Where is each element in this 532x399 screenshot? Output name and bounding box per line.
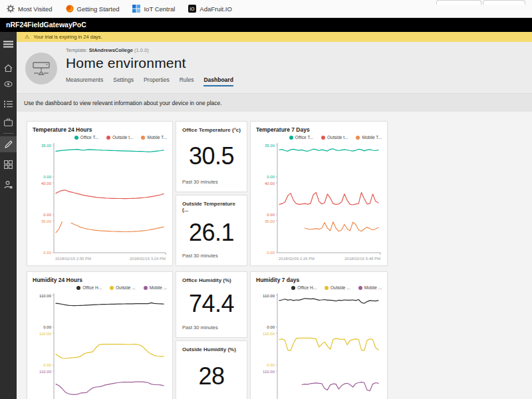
svg-text:2018/02/15 2:55 PM: 2018/02/15 2:55 PM [55, 257, 91, 261]
chart-title: Temperature 24 Hours [33, 126, 167, 134]
browser-tab-edge [483, 0, 525, 5]
chart-legend: Office T...Outside t...Mobile T... [33, 134, 167, 141]
kpi-office-temperature: Office Temperature (°c) 30.5 Past 30 min… [176, 121, 247, 192]
svg-text:110.00: 110.00 [39, 294, 52, 298]
legend-item[interactable]: Outside t... [106, 135, 133, 140]
svg-text:0.00: 0.00 [267, 175, 275, 179]
chart-legend: Office H...Outside ...Mobile ... [256, 284, 382, 291]
svg-text:0.00: 0.00 [43, 251, 51, 255]
legend-dot [321, 136, 325, 140]
bookmark-most-visited[interactable]: Most Visited [7, 5, 53, 13]
device-explorer-icon[interactable] [0, 76, 17, 92]
svg-text:35.00: 35.00 [265, 219, 275, 223]
avatar [25, 53, 57, 84]
legend-dot [358, 286, 362, 290]
svg-text:2018/02/16 5:48 PM: 2018/02/16 5:48 PM [344, 257, 380, 261]
legend-item[interactable]: Office H... [291, 285, 317, 290]
chart-humidity-7d: Humidity 7 days Office H...Outside ...Mo… [250, 271, 388, 399]
chart-temperature-24h: Temperature 24 Hours Office T...Outside … [27, 121, 173, 266]
kpi-caption: Past 30 minutes [182, 253, 241, 260]
svg-text:0.00: 0.00 [43, 175, 51, 179]
user-icon[interactable] [0, 176, 17, 192]
legend-item[interactable]: Outside ... [110, 285, 136, 290]
legend-dot [106, 136, 110, 140]
tab-properties[interactable]: Properties [144, 76, 170, 86]
legend-dot [74, 136, 78, 140]
svg-text:35.00: 35.00 [265, 144, 275, 148]
page-title: Home environment [66, 55, 233, 71]
tab-bar: Measurements Settings Properties Rules D… [66, 76, 233, 86]
tab-rules[interactable]: Rules [180, 76, 194, 86]
kpi-outside-humidity: Outside Humidity (%) 28 Past 30 minutes [176, 340, 247, 399]
adafruit-icon: IO [188, 5, 196, 13]
gear-icon [7, 5, 15, 13]
template-label: Template: [66, 47, 88, 53]
legend-item[interactable]: Office T... [289, 135, 313, 140]
app-builder-icon[interactable] [0, 136, 17, 152]
bookmark-label: Getting Started [77, 5, 120, 13]
svg-text:110.00: 110.00 [263, 332, 275, 336]
svg-text:110.00: 110.00 [39, 370, 52, 374]
dashboard-content: Temperature 24 Hours Office T...Outside … [17, 112, 532, 399]
menu-icon[interactable] [0, 36, 17, 52]
svg-text:40.00: 40.00 [41, 182, 52, 186]
legend-item[interactable]: Mobile ... [144, 285, 167, 290]
kpi-caption: Past 30 minutes [182, 325, 241, 332]
kpi-office-humidity: Office Humidity (%) 74.4 Past 30 minutes [176, 271, 247, 338]
legend-item[interactable]: Mobile T... [141, 135, 167, 140]
line-chart: 110.000.00110.000.00110.000.002018/02/09… [256, 291, 382, 399]
template-line: Template: StAndrewsCollege (1.0.0) [66, 47, 233, 53]
firefox-icon [66, 5, 74, 13]
bookmark-adafruit[interactable]: IO AdaFruit.IO [188, 5, 232, 13]
template-version: (1.0.0) [134, 47, 149, 53]
svg-text:35.00: 35.00 [41, 144, 52, 148]
tab-settings[interactable]: Settings [113, 76, 134, 86]
tab-measurements[interactable]: Measurements [66, 76, 103, 86]
legend-dot [76, 286, 80, 290]
sidebar-divider [3, 133, 13, 134]
bookmark-getting-started[interactable]: Getting Started [66, 5, 120, 13]
administration-icon[interactable] [0, 156, 17, 172]
legend-dot [325, 286, 329, 290]
chart-title: Temperature 7 Days [256, 126, 382, 134]
bookmark-iot-central[interactable]: IoT Central [132, 5, 175, 13]
chart-title: Humidity 7 days [256, 277, 382, 284]
legend-item[interactable]: Mobile ... [358, 285, 382, 290]
legend-item[interactable]: Office T... [74, 135, 98, 140]
svg-text:40.00: 40.00 [265, 182, 275, 186]
dashboard-description: Use the dashboard to view relevant infor… [17, 93, 532, 112]
trial-banner: ⚠ Your trial is expiring in 24 days. [17, 32, 532, 42]
svg-text:0.00: 0.00 [267, 325, 275, 329]
kpi-outside-temperature: Outside Temperature (... 26.1 Past 30 mi… [176, 195, 247, 266]
analytics-icon[interactable] [0, 114, 17, 130]
home-icon[interactable] [0, 60, 17, 76]
svg-text:0.00: 0.00 [267, 213, 275, 217]
svg-text:2018/02/09 2:26 PM: 2018/02/09 2:26 PM [279, 257, 315, 261]
chart-humidity-24h: Humidity 24 Hours Office H...Outside ...… [27, 271, 173, 399]
legend-dot [110, 286, 114, 290]
line-chart: 35.000.0040.000.0035.000.002018/02/09 2:… [256, 141, 382, 267]
svg-text:110.00: 110.00 [39, 332, 52, 336]
legend-item[interactable]: Office H... [76, 285, 102, 290]
legend-item[interactable]: Outside t... [321, 135, 348, 140]
kpi-title: Outside Humidity (%) [182, 346, 241, 352]
legend-item[interactable]: Outside ... [325, 285, 350, 290]
svg-text:IO: IO [190, 7, 195, 11]
microsoft-squares-icon [132, 5, 140, 13]
chart-legend: Office H...Outside ...Mobile ... [33, 284, 167, 291]
legend-dot [356, 136, 360, 140]
kpi-value: 28 [182, 352, 241, 399]
page-header: Template: StAndrewsCollege (1.0.0) Home … [17, 42, 532, 93]
svg-text:110.00: 110.00 [263, 370, 275, 374]
legend-dot [289, 136, 293, 140]
gateway-device-icon [31, 60, 51, 77]
window-title: nRF24FieldGatewayPoC [0, 18, 532, 32]
tab-dashboard[interactable]: Dashboard [203, 76, 233, 86]
kpi-value: 26.1 [182, 213, 241, 253]
legend-item[interactable]: Mobile T... [356, 135, 382, 140]
svg-text:0.00: 0.00 [267, 363, 275, 367]
device-sets-icon[interactable] [0, 96, 17, 112]
svg-text:0.00: 0.00 [43, 213, 51, 217]
svg-text:35.00: 35.00 [41, 219, 52, 223]
template-name: StAndrewsCollege [89, 47, 133, 53]
